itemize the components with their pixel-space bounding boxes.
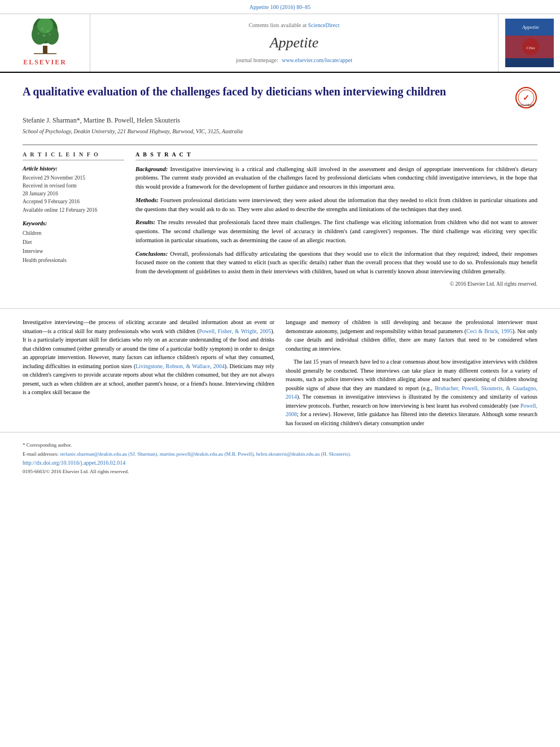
ref-livingstone-link[interactable]: Livingstone, Robson, & Wallace, 2004 — [135, 363, 225, 369]
svg-point-9 — [49, 34, 50, 36]
body-columns: Investigative interviewing—the process o… — [0, 318, 560, 432]
conclusions-label: Conclusions: — [135, 251, 168, 257]
background-label: Background: — [135, 166, 168, 172]
page: Appetite 100 (2016) 80–85 — [0, 0, 560, 747]
received-date: Received 29 November 2015 — [23, 174, 124, 182]
results-text: The results revealed that professionals … — [135, 219, 537, 243]
homepage-line: journal homepage: www.elsevier.com/locat… — [102, 56, 487, 64]
email-addresses: stefanie.sharman@deakin.edu.au (SJ. Shar… — [60, 451, 351, 457]
keywords-group: Keywords: ChildrenDietInterviewHealth pr… — [23, 220, 124, 265]
body-paragraph-1: Investigative interviewing—the process o… — [23, 318, 274, 397]
journal-header: ELSEVIER Contents lists available at Sci… — [0, 14, 560, 73]
svg-rect-0 — [43, 46, 47, 54]
keywords-label: Keywords: — [23, 220, 124, 228]
history-label: Article history: — [23, 165, 124, 173]
svg-text:CrossMark: CrossMark — [518, 103, 535, 107]
svg-text:✓: ✓ — [523, 94, 530, 102]
keyword-item-0: Children — [23, 229, 124, 238]
authors: Stefanie J. Sharman*, Martine B. Powell,… — [23, 116, 537, 125]
keyword-item-3: Health professionals — [23, 256, 124, 265]
cover-image-area: Appetite CHat — [498, 14, 560, 72]
keyword-item-1: Diet — [23, 238, 124, 247]
abstract-methods: Methods: Fourteen professional dietician… — [135, 196, 537, 214]
conclusions-text: Overall, professionals had difficulty ar… — [135, 251, 537, 275]
ref-powell2008-link[interactable]: Powell, 2008 — [286, 403, 537, 418]
body-paragraph-2: language and memory of children is still… — [286, 318, 537, 353]
cover-thumbnail-icon: Appetite CHat — [505, 19, 554, 67]
corresponding-note: * Corresponding author. — [23, 442, 537, 449]
doi-link[interactable]: http://dx.doi.org/10.1016/j.appet.2016.0… — [23, 459, 537, 467]
abstract-background: Background: Investigative interviewing i… — [135, 165, 537, 191]
email-line: E-mail addresses: stefanie.sharman@deaki… — [23, 451, 537, 458]
accepted-date: Accepted 9 February 2016 — [23, 198, 124, 206]
methods-text: Fourteen professional dieticians were in… — [135, 197, 537, 212]
article-history: Article history: Received 29 November 20… — [23, 165, 124, 214]
received-revised: Received in revised form — [23, 182, 124, 190]
svg-point-6 — [41, 28, 43, 30]
citation-text: Appetite 100 (2016) 80–85 — [250, 4, 311, 10]
authors-text: Stefanie J. Sharman*, Martine B. Powell,… — [23, 116, 180, 124]
keyword-item-2: Interview — [23, 247, 124, 256]
ref-powell-link[interactable]: Powell, Fisher, & Wright, 2005 — [199, 328, 272, 334]
journal-title-area: Contents lists available at ScienceDirec… — [90, 14, 498, 72]
abstract-results: Results: The results revealed that profe… — [135, 218, 537, 244]
svg-point-7 — [47, 30, 49, 32]
issn-line: 0195-6663/© 2016 Elsevier Ltd. All right… — [23, 468, 537, 475]
appetite-cover: Appetite CHat — [505, 19, 554, 67]
email-label: E-mail addresses: — [23, 451, 59, 457]
methods-label: Methods: — [135, 197, 159, 203]
email-sharman[interactable]: stefanie.sharman@deakin.edu.au — [60, 451, 127, 457]
elsevier-logo: ELSEVIER — [23, 19, 68, 67]
keywords-list: ChildrenDietInterviewHealth professional… — [23, 229, 124, 265]
available-date: Available online 12 February 2016 — [23, 206, 124, 214]
contents-available-line: Contents lists available at ScienceDirec… — [102, 21, 487, 29]
abstract-conclusions: Conclusions: Overall, professionals had … — [135, 250, 537, 276]
article-info-column: A R T I C L E I N F O Article history: R… — [23, 151, 124, 289]
results-label: Results: — [135, 219, 155, 225]
ref-ceci-link[interactable]: Ceci & Bruck, 1995 — [466, 328, 513, 334]
svg-point-10 — [37, 33, 39, 34]
body-left-column: Investigative interviewing—the process o… — [23, 318, 274, 432]
elsevier-wordmark: ELSEVIER — [23, 58, 67, 67]
elsevier-tree-icon — [23, 19, 68, 55]
article-info-heading: A R T I C L E I N F O — [23, 151, 124, 160]
revised-date: 28 January 2016 — [23, 190, 124, 198]
article-title: A qualitative evaluation of the challeng… — [23, 84, 515, 99]
contents-text: Contents lists available at — [248, 22, 306, 28]
article-info-abstract: A R T I C L E I N F O Article history: R… — [23, 145, 537, 289]
svg-text:Appetite: Appetite — [522, 24, 539, 30]
svg-rect-17 — [505, 58, 554, 67]
sciencedirect-link[interactable]: ScienceDirect — [308, 22, 339, 28]
body-paragraph-3: The last 15 years of research have led t… — [286, 357, 537, 427]
homepage-link[interactable]: www.elsevier.com/locate/appet — [282, 57, 352, 63]
abstract-heading: A B S T R A C T — [135, 151, 537, 160]
email-skouteris[interactable]: helen.skouteris@deakin.edu.au — [256, 451, 320, 457]
doi-text: http://dx.doi.org/10.1016/j.appet.2016.0… — [23, 460, 125, 466]
ref-brubacher-link[interactable]: Brubacher, Powell, Skouteris, & Guadagno… — [286, 385, 537, 400]
background-text: Investigative interviewing is a critical… — [135, 166, 537, 190]
svg-text:CHat: CHat — [526, 46, 535, 50]
journal-name: Appetite — [102, 33, 487, 53]
svg-point-8 — [43, 34, 45, 37]
article-title-row: A qualitative evaluation of the challeng… — [23, 84, 537, 109]
affiliation: School of Psychology, Deakin University,… — [23, 128, 537, 136]
abstract-column: A B S T R A C T Background: Investigativ… — [135, 151, 537, 289]
crossmark-icon[interactable]: ✓ CrossMark — [515, 86, 537, 109]
elsevier-logo-area: ELSEVIER — [0, 14, 90, 72]
email-powell[interactable]: martine.powell@deakin.edu.au — [160, 451, 224, 457]
section-divider — [0, 308, 560, 309]
body-right-column: language and memory of children is still… — [286, 318, 537, 432]
footer: * Corresponding author. E-mail addresses… — [0, 432, 560, 481]
copyright: © 2016 Elsevier Ltd. All rights reserved… — [135, 281, 537, 288]
homepage-label: journal homepage: — [236, 57, 278, 63]
citation-bar: Appetite 100 (2016) 80–85 — [0, 0, 560, 14]
article-content: A qualitative evaluation of the challeng… — [0, 73, 560, 299]
